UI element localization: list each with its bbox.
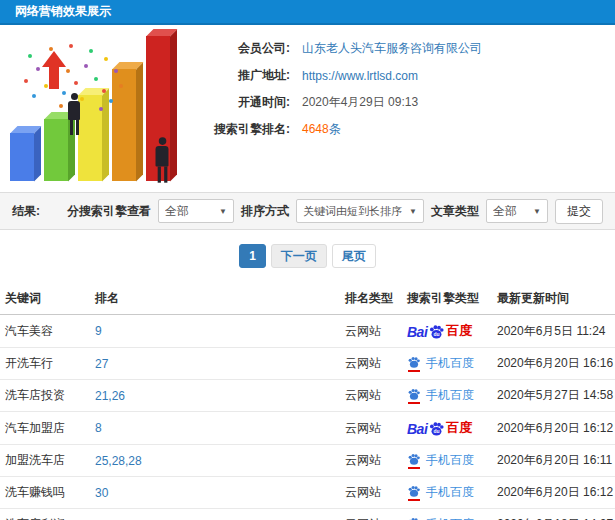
confetti-decoration — [14, 39, 18, 43]
engine-cell: Bai du 百度 — [402, 380, 492, 412]
company-info-panel: 会员公司: 山东老人头汽车服务咨询有限公司 推广地址: https://www.… — [185, 35, 605, 143]
filter-bar: 结果: 分搜索引擎查看 全部 ▼ 排序方式 关键词由短到长排序 ▼ 文章类型 全… — [0, 192, 615, 230]
mobile-baidu-logo: 手机百度 — [407, 452, 474, 469]
person-figure-right — [153, 137, 170, 182]
keyword-cell: 洗车店投资 — [0, 380, 90, 412]
page-title: 网络营销效果展示 — [15, 3, 111, 20]
header-engine-type: 搜索引擎类型 — [402, 280, 492, 315]
sort-select[interactable]: 关键词由短到长排序 ▼ — [296, 199, 424, 223]
updated-cell: 2020年6月20日 16:12 — [492, 477, 615, 509]
keyword-cell: 洗车店利润 — [0, 509, 90, 520]
rank-type-cell: 云网站 — [340, 509, 402, 520]
rank-link[interactable]: 25,28,28 — [95, 454, 142, 468]
next-page-button[interactable]: 下一页 — [271, 244, 327, 268]
open-time-label: 开通时间: — [185, 94, 290, 111]
rank-type-cell: 云网站 — [340, 445, 402, 477]
updated-cell: 2020年5月27日 14:58 — [492, 380, 615, 412]
illustration-bar — [44, 119, 68, 181]
keyword-cell: 加盟洗车店 — [0, 445, 90, 477]
rank-link[interactable]: 30 — [95, 486, 108, 500]
table-row: 汽车美容 9 云网站 Bai du 百度 — [0, 315, 615, 348]
baidu-paw-icon — [407, 484, 421, 498]
chevron-down-icon: ▼ — [219, 207, 227, 216]
engine-cell: Bai du 百度 — [402, 509, 492, 520]
engine-view-label: 分搜索引擎查看 — [67, 203, 151, 220]
bar-chart-illustration — [6, 33, 178, 185]
company-label: 会员公司: — [185, 40, 290, 57]
company-link[interactable]: 山东老人头汽车服务咨询有限公司 — [302, 40, 482, 57]
baidu-paw-icon: du — [428, 323, 445, 340]
result-label: 结果: — [12, 203, 40, 220]
logo-underline — [408, 499, 420, 501]
keyword-cell: 汽车加盟店 — [0, 412, 90, 445]
rank-type-cell: 云网站 — [340, 348, 402, 380]
rank-link[interactable]: 21,26 — [95, 389, 125, 403]
rank-cell: 30 — [90, 477, 340, 509]
illustration-bar — [10, 133, 34, 181]
pagination: 1 下一页 尾页 — [0, 230, 615, 280]
table-row: 开洗车行 27 云网站 Bai du 百度 — [0, 348, 615, 380]
logo-underline — [408, 467, 420, 469]
mobile-baidu-logo: 手机百度 — [407, 387, 474, 404]
keyword-cell: 汽车美容 — [0, 315, 90, 348]
growth-arrow-icon — [42, 51, 66, 89]
header-updated: 最新更新时间 — [492, 280, 615, 315]
submit-button[interactable]: 提交 — [555, 199, 603, 224]
rank-cell: 21,26 — [90, 380, 340, 412]
rank-cell: 8 — [90, 412, 340, 445]
table-row: 洗车店投资 21,26 云网站 Bai du 百度 — [0, 380, 615, 412]
promo-url-link[interactable]: https://www.lrtlsd.com — [302, 69, 418, 83]
baidu-paw-icon — [407, 355, 421, 369]
page-button-1[interactable]: 1 — [239, 244, 266, 268]
promo-url-label: 推广地址: — [185, 67, 290, 84]
engine-cell: Bai du 百度 — [402, 412, 492, 445]
table-row: 加盟洗车店 25,28,28 云网站 Bai du 百度 — [0, 445, 615, 477]
engine-cell: Bai du 百度 — [402, 477, 492, 509]
table-row: 洗车店利润 30 云网站 Bai du 百度 — [0, 509, 615, 520]
rank-link[interactable]: 27 — [95, 357, 108, 371]
chevron-down-icon: ▼ — [409, 207, 417, 216]
table-body: 汽车美容 9 云网站 Bai du 百度 — [0, 315, 615, 520]
article-type-label: 文章类型 — [431, 203, 479, 220]
ranking-count-value: 4648条 — [302, 121, 341, 138]
rank-cell: 27 — [90, 348, 340, 380]
keyword-ranking-table: 关键词 排名 排名类型 搜索引擎类型 最新更新时间 汽车美容 9 云网站 Bai… — [0, 280, 615, 520]
info-row-ranking-count: 搜索引擎排名: 4648条 — [185, 116, 605, 143]
article-type-select[interactable]: 全部 ▼ — [486, 199, 548, 223]
chevron-down-icon: ▼ — [533, 207, 541, 216]
updated-cell: 2020年6月20日 16:12 — [492, 412, 615, 445]
rank-link[interactable]: 8 — [95, 421, 102, 435]
rank-link[interactable]: 9 — [95, 324, 102, 338]
ranking-count-label: 搜索引擎排名: — [185, 121, 290, 138]
logo-underline — [408, 402, 420, 404]
rank-type-cell: 云网站 — [340, 315, 402, 348]
last-page-button[interactable]: 尾页 — [332, 244, 376, 268]
illustration-bars — [6, 33, 178, 185]
header-rank-type: 排名类型 — [340, 280, 402, 315]
baidu-paw-icon — [407, 452, 421, 466]
svg-text:du: du — [434, 332, 440, 337]
keyword-cell: 开洗车行 — [0, 348, 90, 380]
rank-cell: 9 — [90, 315, 340, 348]
info-section: 会员公司: 山东老人头汽车服务咨询有限公司 推广地址: https://www.… — [0, 25, 615, 192]
rank-type-cell: 云网站 — [340, 477, 402, 509]
engine-view-select[interactable]: 全部 ▼ — [158, 199, 234, 223]
table-header-row: 关键词 排名 排名类型 搜索引擎类型 最新更新时间 — [0, 280, 615, 315]
logo-underline — [408, 370, 420, 372]
engine-cell: Bai du 百度 — [402, 315, 492, 348]
header-rank: 排名 — [90, 280, 340, 315]
keyword-cell: 洗车赚钱吗 — [0, 477, 90, 509]
sort-label: 排序方式 — [241, 203, 289, 220]
svg-text:du: du — [434, 429, 440, 434]
baidu-logo: Bai du 百度 — [407, 419, 472, 437]
rank-cell: 30 — [90, 509, 340, 520]
engine-cell: Bai du 百度 — [402, 445, 492, 477]
person-figure-left — [66, 93, 82, 135]
info-row-open-time: 开通时间: 2020年4月29日 09:13 — [185, 89, 605, 116]
page-header: 网络营销效果展示 — [0, 0, 615, 25]
baidu-paw-icon — [407, 516, 421, 520]
table-row: 洗车赚钱吗 30 云网站 Bai du 百度 — [0, 477, 615, 509]
updated-cell: 2020年6月5日 11:24 — [492, 315, 615, 348]
updated-cell: 2020年6月20日 16:16 — [492, 348, 615, 380]
engine-cell: Bai du 百度 — [402, 348, 492, 380]
